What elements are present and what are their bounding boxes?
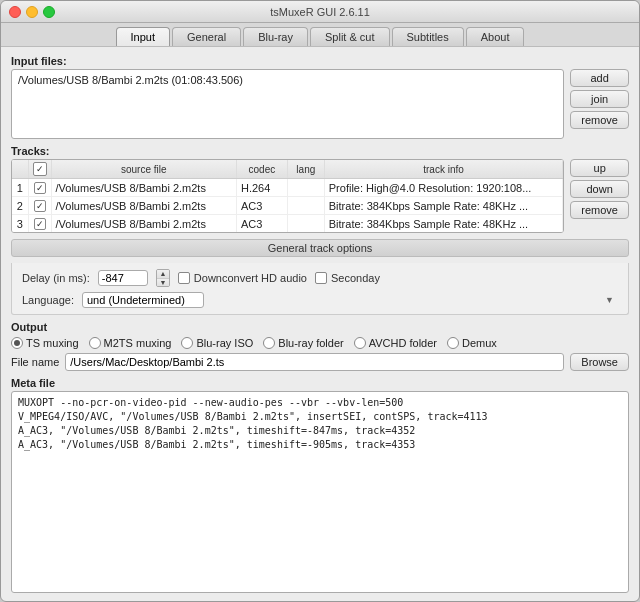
select-arrow-icon: ▼: [605, 295, 614, 305]
file-name-input[interactable]: [65, 353, 564, 371]
track-codec: AC3: [237, 215, 288, 233]
tracks-section: Tracks: source file codec l: [11, 145, 629, 233]
tab-subtitles[interactable]: Subtitles: [392, 27, 464, 46]
track-source: /Volumes/USB 8/Bambi 2.m2ts: [51, 215, 237, 233]
radio-bluray-iso[interactable]: Blu-ray ISO: [181, 337, 253, 349]
tab-input[interactable]: Input: [116, 27, 170, 46]
radio-demux-label: Demux: [462, 337, 497, 349]
meta-line: V_MPEG4/ISO/AVC, "/Volumes/USB 8/Bambi 2…: [18, 410, 622, 424]
radio-avchd-label: AVCHD folder: [369, 337, 437, 349]
tracks-table-wrap: source file codec lang track info 1 /Vol…: [11, 159, 564, 233]
input-files-list[interactable]: /Volumes/USB 8/Bambi 2.m2ts (01:08:43.50…: [11, 69, 564, 139]
delay-label: Delay (in ms):: [22, 272, 90, 284]
meta-label: Meta file: [11, 377, 629, 389]
close-button[interactable]: [9, 6, 21, 18]
input-files-label: Input files:: [11, 55, 629, 67]
radio-avchd-btn[interactable]: [354, 337, 366, 349]
downconvert-label: Downconvert HD audio: [194, 272, 307, 284]
track-num: 1: [12, 179, 28, 197]
tab-bluray[interactable]: Blu-ray: [243, 27, 308, 46]
radio-bluray-folder-label: Blu-ray folder: [278, 337, 343, 349]
language-select[interactable]: und (Undetermined): [82, 292, 204, 308]
radio-m2ts-btn[interactable]: [89, 337, 101, 349]
tab-splitcut[interactable]: Split & cut: [310, 27, 390, 46]
delay-stepper[interactable]: ▲ ▼: [156, 269, 170, 287]
main-window: tsMuxeR GUI 2.6.11 Input General Blu-ray…: [0, 0, 640, 602]
secondary-row: Seconday: [315, 272, 380, 284]
browse-button[interactable]: Browse: [570, 353, 629, 371]
col-check: [28, 160, 51, 179]
down-button[interactable]: down: [570, 180, 629, 198]
radio-ts[interactable]: TS muxing: [11, 337, 79, 349]
col-num: [12, 160, 28, 179]
file-name-row: File name Browse: [11, 353, 629, 371]
secondary-checkbox[interactable]: [315, 272, 327, 284]
join-button[interactable]: join: [570, 90, 629, 108]
downconvert-row: Downconvert HD audio: [178, 272, 307, 284]
meta-line: MUXOPT --no-pcr-on-video-pid --new-audio…: [18, 396, 622, 410]
input-buttons: add join remove: [570, 69, 629, 139]
radio-bluray-folder-btn[interactable]: [263, 337, 275, 349]
radio-m2ts-label: M2TS muxing: [104, 337, 172, 349]
language-select-wrap: und (Undetermined) ▼: [82, 292, 618, 308]
track-buttons: up down remove: [570, 159, 629, 233]
track-check-icon[interactable]: [34, 200, 46, 212]
track-checkbox[interactable]: [28, 179, 51, 197]
radio-avchd[interactable]: AVCHD folder: [354, 337, 437, 349]
output-label: Output: [11, 321, 629, 333]
delay-input[interactable]: [98, 270, 148, 286]
language-row: Language: und (Undetermined) ▼: [22, 292, 618, 308]
track-codec: AC3: [237, 197, 288, 215]
language-label: Language:: [22, 294, 74, 306]
select-all-checkbox[interactable]: [33, 162, 47, 176]
input-file-entry: /Volumes/USB 8/Bambi 2.m2ts (01:08:43.50…: [18, 74, 557, 86]
up-button[interactable]: up: [570, 159, 629, 177]
input-files-area: /Volumes/USB 8/Bambi 2.m2ts (01:08:43.50…: [11, 69, 629, 139]
track-check-icon[interactable]: [34, 218, 46, 230]
track-source: /Volumes/USB 8/Bambi 2.m2ts: [51, 179, 237, 197]
track-lang: [287, 179, 324, 197]
add-button[interactable]: add: [570, 69, 629, 87]
track-info: Bitrate: 384Kbps Sample Rate: 48KHz ...: [324, 197, 563, 215]
downconvert-checkbox[interactable]: [178, 272, 190, 284]
remove-top-button[interactable]: remove: [570, 111, 629, 129]
radio-bluray-folder[interactable]: Blu-ray folder: [263, 337, 343, 349]
secondary-label: Seconday: [331, 272, 380, 284]
radio-m2ts[interactable]: M2TS muxing: [89, 337, 172, 349]
tab-bar: Input General Blu-ray Split & cut Subtit…: [1, 23, 639, 47]
radio-bluray-iso-btn[interactable]: [181, 337, 193, 349]
track-num: 2: [12, 197, 28, 215]
track-source: /Volumes/USB 8/Bambi 2.m2ts: [51, 197, 237, 215]
meta-text[interactable]: MUXOPT --no-pcr-on-video-pid --new-audio…: [11, 391, 629, 593]
radio-ts-label: TS muxing: [26, 337, 79, 349]
stepper-up[interactable]: ▲: [157, 270, 169, 279]
col-lang: lang: [287, 160, 324, 179]
table-row[interactable]: 3 /Volumes/USB 8/Bambi 2.m2ts AC3 Bitrat…: [12, 215, 563, 233]
table-row[interactable]: 1 /Volumes/USB 8/Bambi 2.m2ts H.264 Prof…: [12, 179, 563, 197]
track-num: 3: [12, 215, 28, 233]
col-source: source file: [51, 160, 237, 179]
minimize-button[interactable]: [26, 6, 38, 18]
track-checkbox[interactable]: [28, 215, 51, 233]
tab-about[interactable]: About: [466, 27, 525, 46]
meta-section: Meta file MUXOPT --no-pcr-on-video-pid -…: [11, 377, 629, 593]
output-section: Output TS muxing M2TS muxing Blu-ray ISO…: [11, 321, 629, 371]
radio-demux[interactable]: Demux: [447, 337, 497, 349]
delay-row: Delay (in ms): ▲ ▼ Downconvert HD audio …: [22, 269, 618, 287]
track-check-icon[interactable]: [34, 182, 46, 194]
tracks-label: Tracks:: [11, 145, 629, 157]
tab-general[interactable]: General: [172, 27, 241, 46]
title-bar: tsMuxeR GUI 2.6.11: [1, 1, 639, 23]
radio-ts-btn[interactable]: [11, 337, 23, 349]
track-checkbox[interactable]: [28, 197, 51, 215]
tracks-area: source file codec lang track info 1 /Vol…: [11, 159, 629, 233]
table-row[interactable]: 2 /Volumes/USB 8/Bambi 2.m2ts AC3 Bitrat…: [12, 197, 563, 215]
track-lang: [287, 197, 324, 215]
stepper-down[interactable]: ▼: [157, 279, 169, 287]
output-options: TS muxing M2TS muxing Blu-ray ISO Blu-ra…: [11, 337, 629, 349]
remove-track-button[interactable]: remove: [570, 201, 629, 219]
radio-demux-btn[interactable]: [447, 337, 459, 349]
window-title: tsMuxeR GUI 2.6.11: [270, 6, 370, 18]
maximize-button[interactable]: [43, 6, 55, 18]
main-content: Input files: /Volumes/USB 8/Bambi 2.m2ts…: [1, 47, 639, 601]
